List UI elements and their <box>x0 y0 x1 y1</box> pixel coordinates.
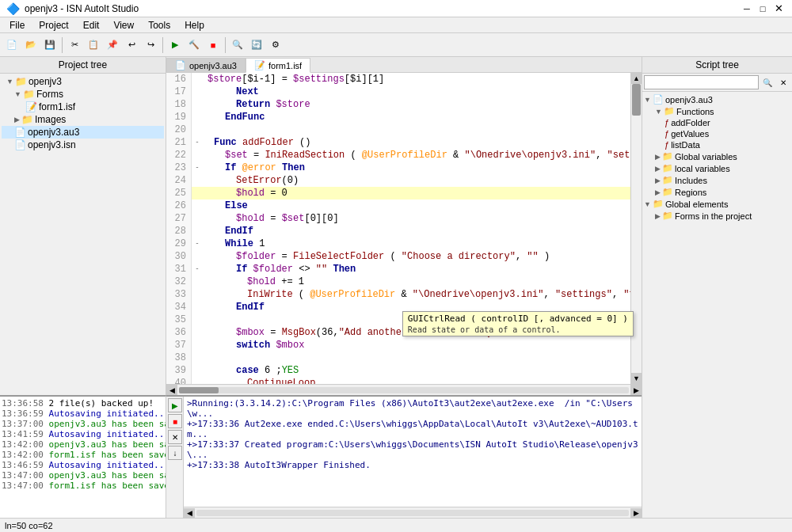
script-tree-label-openjv3au3: openjv3.au3 <box>665 95 713 104</box>
folder-icon-forms: 📁 <box>23 89 35 100</box>
tree-item-form1isf[interactable]: 📝 form1.isf <box>2 101 164 113</box>
hscroll-left-button[interactable]: ◀ <box>166 385 177 396</box>
code-line-30: 30 $folder = FileSelectFolder ( "Choose … <box>166 250 642 263</box>
tab-openjv3au3[interactable]: 📄 openjv3.au3 <box>166 58 246 72</box>
tab-form1isf[interactable]: 📝 form1.isf <box>246 58 310 73</box>
app-icon: 🔷 <box>6 2 20 15</box>
tree-item-images[interactable]: ▶ 📁 Images <box>2 113 164 126</box>
script-tree-label-listdata: listData <box>671 140 700 150</box>
new-button[interactable]: 📄 <box>3 36 21 54</box>
tree-item-openjv3[interactable]: ▼ 📁 openjv3 <box>2 75 164 88</box>
undo-button[interactable]: ↩ <box>123 36 140 54</box>
code-line-16: 16 $store[$i-1] = $settings[$i][1] <box>166 73 642 86</box>
scroll-up-button[interactable]: ▲ <box>631 73 642 84</box>
script-tree-item-localvars[interactable]: ▶ 📁 local variables <box>644 162 790 174</box>
search-button[interactable]: 🔍 <box>760 75 775 89</box>
minimize-button[interactable]: ─ <box>740 2 754 15</box>
script-tree-item-getvalues[interactable]: ƒ getValues <box>644 128 790 139</box>
replace-button[interactable]: 🔄 <box>248 36 265 54</box>
console-hscroll[interactable]: ◀ ▶ <box>184 507 642 518</box>
menu-tools[interactable]: Tools <box>142 18 177 32</box>
fold-21[interactable]: - <box>192 136 203 149</box>
script-tree-item-openjv3au3[interactable]: ▼ 📄 openjv3.au3 <box>644 93 790 105</box>
tree-arrow-forms: ▼ <box>14 90 21 98</box>
scroll-down-button[interactable]: ▼ <box>631 373 642 384</box>
file-icon-form1isf: 📝 <box>25 101 37 112</box>
script-tree-item-addfolder[interactable]: ƒ addFolder <box>644 117 790 128</box>
tree-arrow-formsinproject: ▶ <box>655 212 661 220</box>
code-view[interactable]: 16 $store[$i-1] = $settings[$i][1] 17 Ne… <box>166 73 642 384</box>
tree-arrow-globalvars: ▶ <box>655 153 661 161</box>
tree-label-openjv3isn: openjv3.isn <box>28 139 76 150</box>
code-hscroll[interactable]: ◀ ▶ <box>166 384 642 395</box>
script-tree-item-includes[interactable]: ▶ 📁 Includes <box>644 174 790 186</box>
log-line-1: 13:36:58 2 file(s) backed up! <box>2 398 164 408</box>
script-tree-item-formsinproject[interactable]: ▶ 📁 Forms in the project <box>644 210 790 222</box>
folder-icon-openjv3: 📁 <box>15 76 27 87</box>
script-tree-label-globalelements: Global elements <box>665 200 729 209</box>
menu-edit[interactable]: Edit <box>77 18 106 32</box>
compile-button[interactable]: 🔨 <box>185 36 203 54</box>
tree-item-openjv3au3[interactable]: 📄 openjv3.au3 <box>2 126 164 139</box>
hscroll-track[interactable] <box>179 387 629 393</box>
cut-button[interactable]: ✂ <box>66 36 83 54</box>
fold-31[interactable]: - <box>192 263 203 276</box>
fold-29[interactable]: - <box>192 238 203 250</box>
window-controls[interactable]: ─ □ ✕ <box>740 2 786 15</box>
scroll-thumb[interactable] <box>632 84 641 116</box>
console-run-button[interactable]: ▶ <box>168 398 182 412</box>
menu-view[interactable]: View <box>107 18 140 32</box>
tab-label-form1isf: form1.isf <box>268 61 302 70</box>
close-button[interactable]: ✕ <box>771 2 786 15</box>
menu-file[interactable]: File <box>3 18 31 32</box>
script-tree-item-globalelements[interactable]: ▼ 📁 Global elements <box>644 198 790 210</box>
tab-icon-au3: 📄 <box>175 60 186 70</box>
save-button[interactable]: 💾 <box>41 36 59 54</box>
file-icon-openjv3isn: 📄 <box>14 139 26 150</box>
editor-tab-bar: 📄 openjv3.au3 📝 form1.isf <box>166 57 642 73</box>
menu-help[interactable]: Help <box>178 18 211 32</box>
console-clear-button[interactable]: ✕ <box>168 430 182 444</box>
console-panel: ▶ ■ ✕ ↓ >Running:(3.3.14.2):C:\Program F… <box>166 395 642 518</box>
toolbar: 📄 📂 💾 ✂ 📋 📌 ↩ ↪ ▶ 🔨 ■ 🔍 🔄 ⚙ <box>0 33 792 57</box>
tree-item-openjv3isn[interactable]: 📄 openjv3.isn <box>2 139 164 151</box>
script-tree-item-globalvars[interactable]: ▶ 📁 Global variables <box>644 150 790 162</box>
tree-item-forms[interactable]: ▼ 📁 Forms <box>2 88 164 101</box>
script-tree-search-bar: 🔍 ✕ <box>642 74 792 92</box>
console-output: >Running:(3.3.14.2):C:\Program Files (x8… <box>184 397 642 507</box>
settings-button[interactable]: ⚙ <box>267 36 284 54</box>
maximize-button[interactable]: □ <box>756 2 770 15</box>
console-stop-button[interactable]: ■ <box>168 414 182 428</box>
copy-button[interactable]: 📋 <box>85 36 102 54</box>
script-tree-item-regions[interactable]: ▶ 📁 Regions <box>644 186 790 198</box>
search-clear-button[interactable]: ✕ <box>776 75 790 89</box>
script-search-input[interactable] <box>644 75 759 89</box>
hscroll-thumb[interactable] <box>179 387 219 393</box>
console-hscroll-right[interactable]: ▶ <box>630 508 642 518</box>
redo-button[interactable]: ↪ <box>142 36 159 54</box>
script-tree-panel: Script tree 🔍 ✕ ▼ 📄 openjv3.au3 ▼ 📁 Func… <box>642 57 792 518</box>
stop-button[interactable]: ■ <box>204 36 222 54</box>
run-button[interactable]: ▶ <box>166 36 184 54</box>
find-button[interactable]: 🔍 <box>229 36 246 54</box>
script-tree-item-functions[interactable]: ▼ 📁 Functions <box>644 105 790 117</box>
fold-23[interactable]: - <box>192 162 203 174</box>
console-hscroll-track[interactable] <box>196 510 629 516</box>
paste-button[interactable]: 📌 <box>104 36 121 54</box>
menu-bar: File Project Edit View Tools Help <box>0 17 792 33</box>
console-hscroll-left[interactable]: ◀ <box>184 508 195 518</box>
code-vscroll[interactable]: ▲ ▼ <box>630 73 642 384</box>
fold-16[interactable] <box>192 73 203 86</box>
open-button[interactable]: 📂 <box>22 36 40 54</box>
file-icon-au3-script: 📄 <box>653 94 664 104</box>
title-bar-left: 🔷 openjv3 - ISN AutoIt Studio <box>6 2 139 15</box>
console-scroll-down-button[interactable]: ↓ <box>168 446 182 460</box>
hscroll-right-button[interactable]: ▶ <box>630 385 642 396</box>
func-icon-addfolder: ƒ <box>664 118 669 127</box>
tree-arrow-openjv3au3-script: ▼ <box>644 96 651 104</box>
tooltip-signature: GUICtrlRead ( controlID [, advanced = 0]… <box>408 314 628 324</box>
menu-project[interactable]: Project <box>32 18 74 32</box>
folder-icon-includes: 📁 <box>662 175 673 185</box>
script-tree-item-listdata[interactable]: ƒ listData <box>644 139 790 150</box>
main-area: Project tree ▼ 📁 openjv3 ▼ 📁 Forms 📝 for… <box>0 57 792 518</box>
